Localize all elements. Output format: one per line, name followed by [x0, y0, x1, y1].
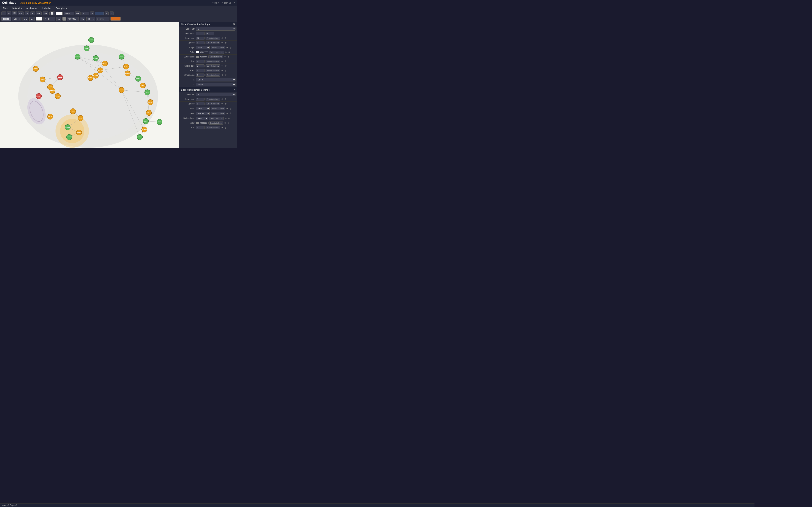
- edge-shaft-eye[interactable]: 👁: [226, 107, 229, 110]
- node-label-attr-select[interactable]: Idname: [196, 27, 236, 31]
- node-shape-eye[interactable]: 👁: [226, 46, 229, 49]
- node-area-input[interactable]: [196, 69, 205, 72]
- node-color-select-attr[interactable]: Select attribute: [209, 51, 224, 54]
- menu-network[interactable]: Network ▾: [11, 6, 24, 10]
- node-RAC3[interactable]: RAC3: [40, 77, 45, 82]
- tb-font-btn[interactable]: Tl▾: [80, 17, 86, 21]
- tb-help-btn[interactable]: ?: [110, 11, 113, 15]
- login-link[interactable]: ⏎ log in: [212, 2, 219, 4]
- label-attr-select[interactable]: Id: [87, 17, 95, 21]
- node-SRC[interactable]: SRC: [140, 83, 146, 88]
- edge-label-size-eye[interactable]: 👁: [221, 98, 223, 101]
- node-CDC42[interactable]: CDC42: [50, 88, 55, 94]
- edge-size-eye[interactable]: 👁: [221, 126, 223, 129]
- tb-delete-btn[interactable]: ✕: [30, 11, 35, 15]
- node-opacity-del[interactable]: 🗑: [224, 42, 227, 44]
- edge-shaft-select[interactable]: soliddashed: [196, 107, 210, 110]
- node-size-eye[interactable]: 👁: [221, 60, 223, 63]
- node-stroke-size-eye[interactable]: 👁: [221, 65, 223, 67]
- edge-color-del[interactable]: 🗑: [227, 122, 230, 124]
- edge-shaft-select-attr[interactable]: Select attribute: [211, 107, 225, 110]
- tb-circle-btn[interactable]: ●▾: [30, 17, 35, 21]
- node-shape-del[interactable]: 🗑: [230, 46, 232, 49]
- node-opacity-eye[interactable]: 👁: [221, 42, 223, 44]
- node-stroke-size-input[interactable]: [196, 64, 205, 67]
- edge-head-select-attr[interactable]: Select attribute: [211, 112, 225, 115]
- node-label-offset-y[interactable]: [206, 32, 214, 35]
- node-ECE1[interactable]: ECE1: [89, 37, 94, 43]
- node-stroke-color-select-attr[interactable]: Select attribute: [208, 55, 223, 58]
- node-color-eye[interactable]: 👁: [225, 51, 227, 54]
- tb-link-btn[interactable]: +↗: [18, 11, 24, 15]
- node-shape-select[interactable]: circlesquare: [196, 46, 210, 49]
- rotate-input[interactable]: [82, 12, 89, 15]
- edge-bidir-eye[interactable]: 👁: [225, 117, 227, 120]
- edge-size-del[interactable]: 🗑: [224, 126, 227, 129]
- node-size-del[interactable]: 🗑: [224, 60, 227, 63]
- signup-link[interactable]: ✎ sign up: [221, 2, 231, 4]
- stroke-color-input[interactable]: [67, 17, 79, 21]
- node-ERBB3[interactable]: ERBB3: [125, 71, 130, 76]
- edge-bidir-select-attr[interactable]: Select attribute: [209, 117, 224, 120]
- node-shape-select-attr[interactable]: Select attribute: [211, 46, 225, 49]
- edge-bidir-del[interactable]: 🗑: [228, 117, 230, 120]
- menu-attributes[interactable]: Attributes ▾: [25, 6, 39, 10]
- edge-viz-close[interactable]: ✕: [233, 89, 235, 91]
- tb-star-btn[interactable]: ★▾: [22, 17, 29, 21]
- tb-arrow-btn[interactable]: ↗: [25, 11, 29, 15]
- node-RAC2[interactable]: RAC2: [55, 94, 60, 99]
- tb-undo-btn[interactable]: ↺▾: [75, 11, 81, 15]
- node-PLCB1[interactable]: PLCB1: [70, 109, 75, 114]
- edge-label-size-input[interactable]: [196, 98, 205, 101]
- node-NRTN[interactable]: NRTN: [157, 119, 162, 124]
- menu-analysis[interactable]: Analysis ▾: [40, 6, 53, 10]
- node-label-size-select-attr[interactable]: Select attribute: [206, 37, 220, 40]
- node-size-select-attr[interactable]: Select attribute: [206, 60, 220, 63]
- tb-bg-color[interactable]: [56, 12, 63, 15]
- edge-label-size-select-attr[interactable]: Select attribute: [206, 98, 220, 101]
- node-PAX6[interactable]: PAX6: [76, 130, 82, 135]
- node-RHOA[interactable]: RHOA: [148, 100, 153, 105]
- edge-color-select-attr[interactable]: Select attribute: [208, 121, 223, 124]
- tb-stroke-style[interactable]: ○▾: [56, 17, 62, 21]
- search-input[interactable]: [96, 17, 109, 21]
- node-stroke-size-select-attr[interactable]: Select attribute: [206, 64, 220, 67]
- node-area-eye[interactable]: 👁: [221, 69, 223, 72]
- menu-examples[interactable]: Examples ▾: [54, 6, 69, 10]
- bg-color-input[interactable]: [64, 12, 74, 15]
- node-area-del[interactable]: 🗑: [224, 69, 227, 72]
- node-color-del[interactable]: 🗑: [228, 51, 230, 54]
- tb-stroke-color[interactable]: [62, 17, 66, 20]
- help-icon[interactable]: ?: [234, 2, 235, 4]
- tb-highlight-color[interactable]: [110, 17, 120, 20]
- node-DLC1[interactable]: DLC1: [57, 74, 63, 80]
- node-LICAM[interactable]: LICAM: [137, 134, 143, 140]
- edge-color-eye[interactable]: 👁: [224, 122, 226, 124]
- node-label-size-input[interactable]: [196, 37, 205, 40]
- node-area-select-attr[interactable]: Select attribute: [206, 69, 220, 72]
- node-RHOG[interactable]: RHOG: [33, 66, 38, 71]
- node-stroke-del[interactable]: 🗑: [227, 56, 230, 58]
- tb-add-node-btn[interactable]: +: [7, 11, 11, 15]
- node-NTF3[interactable]: NTF3: [119, 54, 124, 59]
- node-SP1[interactable]: SP1: [78, 115, 83, 121]
- node-stroke-area-input[interactable]: [196, 73, 205, 76]
- node-EDNRB[interactable]: EDNRB: [75, 54, 80, 59]
- node-size-input[interactable]: [196, 60, 205, 63]
- node-SOX10[interactable]: SOX10: [65, 124, 70, 130]
- tb-zoom-color[interactable]: [95, 12, 104, 15]
- node-MAPK14[interactable]: MAPK14: [88, 75, 93, 80]
- edge-bidir-select[interactable]: falsetrue: [196, 117, 208, 120]
- tb-reset-btn[interactable]: ↺: [1, 11, 6, 15]
- node-opacity-input[interactable]: [196, 41, 205, 44]
- node-stroke-size-del[interactable]: 🗑: [224, 65, 227, 67]
- node-stroke-area-select-attr[interactable]: Select attribute: [206, 73, 220, 76]
- fill-color-input[interactable]: [44, 17, 55, 21]
- node-CHRNA7[interactable]: CHRNA7: [93, 55, 99, 61]
- node-x-select[interactable]: Select...: [196, 78, 236, 81]
- node-stroke-area-eye[interactable]: 👁: [221, 74, 223, 76]
- edge-label-attr-select[interactable]: Id: [196, 93, 236, 96]
- node-color-swatch[interactable]: [196, 51, 199, 53]
- menu-file[interactable]: File ▾: [1, 6, 10, 10]
- edge-opacity-eye[interactable]: 👁: [221, 103, 223, 105]
